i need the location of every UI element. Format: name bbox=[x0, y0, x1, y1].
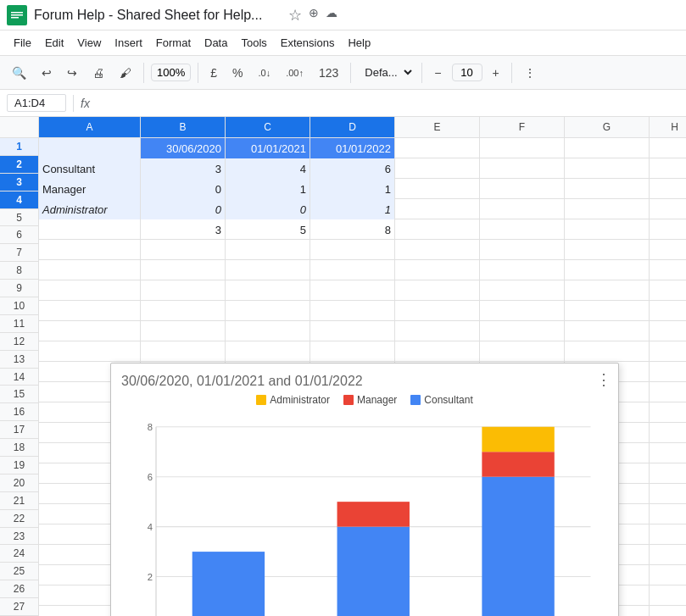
cell-r9-c7[interactable] bbox=[650, 301, 686, 321]
cell-r7-c6[interactable] bbox=[565, 260, 650, 280]
cell-r8-c5[interactable] bbox=[480, 280, 565, 301]
cell-r11-c2[interactable] bbox=[226, 341, 310, 362]
cell-r1-c6[interactable] bbox=[565, 138, 650, 158]
more-options-button[interactable]: ⋮ bbox=[519, 63, 541, 83]
col-header-F[interactable]: F bbox=[480, 117, 565, 137]
row-num-25[interactable]: 25 bbox=[0, 563, 39, 580]
cell-r8-c6[interactable] bbox=[565, 280, 650, 301]
cell-r10-c1[interactable] bbox=[141, 321, 226, 341]
cell-r8-c3[interactable] bbox=[310, 280, 395, 301]
cell-r11-c6[interactable] bbox=[565, 341, 650, 362]
cell-r24-c7[interactable] bbox=[650, 606, 686, 616]
row-num-13[interactable]: 13 bbox=[0, 351, 39, 369]
row-num-12[interactable]: 12 bbox=[0, 333, 39, 351]
chart-options-button[interactable]: ⋮ bbox=[596, 370, 611, 389]
cell-r7-c2[interactable] bbox=[226, 260, 310, 280]
menu-item-format[interactable]: Format bbox=[149, 34, 198, 52]
cell-r5-c1[interactable]: 3 bbox=[141, 219, 226, 240]
menu-item-tools[interactable]: Tools bbox=[234, 34, 273, 52]
cell-r5-c2[interactable]: 5 bbox=[226, 219, 310, 240]
cell-r10-c3[interactable] bbox=[310, 321, 395, 341]
cell-r11-c5[interactable] bbox=[480, 341, 565, 362]
cell-r3-c3[interactable]: 1 bbox=[310, 179, 395, 199]
menu-item-help[interactable]: Help bbox=[341, 34, 377, 52]
cell-r7-c3[interactable] bbox=[310, 260, 395, 280]
cell-r5-c0[interactable] bbox=[39, 219, 141, 240]
row-num-6[interactable]: 6 bbox=[0, 226, 39, 244]
cell-r22-c7[interactable] bbox=[650, 565, 686, 585]
undo-button[interactable]: ↩ bbox=[36, 63, 57, 83]
cell-r18-c7[interactable] bbox=[650, 484, 686, 504]
percent-btn[interactable]: % bbox=[227, 63, 248, 83]
cell-r11-c0[interactable] bbox=[39, 341, 141, 362]
font-size-display[interactable]: 10 bbox=[452, 64, 482, 81]
cell-r3-c4[interactable] bbox=[395, 179, 480, 199]
cell-r4-c2[interactable]: 0 bbox=[226, 199, 310, 219]
cell-r15-c7[interactable] bbox=[650, 423, 686, 443]
cell-r1-c4[interactable] bbox=[395, 138, 480, 158]
cell-r4-c5[interactable] bbox=[480, 199, 565, 219]
cell-r5-c7[interactable] bbox=[650, 219, 686, 240]
font-family-select[interactable]: Defa... bbox=[358, 64, 415, 81]
row-num-11[interactable]: 11 bbox=[0, 315, 39, 333]
cell-r1-c7[interactable] bbox=[650, 138, 686, 158]
menu-item-view[interactable]: View bbox=[70, 34, 108, 52]
col-header-C[interactable]: C bbox=[226, 117, 310, 137]
row-num-18[interactable]: 18 bbox=[0, 439, 39, 457]
cell-r1-c5[interactable] bbox=[480, 138, 565, 158]
cell-r6-c2[interactable] bbox=[226, 240, 310, 260]
cell-r19-c7[interactable] bbox=[650, 504, 686, 524]
format-num-btn[interactable]: 123 bbox=[314, 63, 343, 83]
row-num-7[interactable]: 7 bbox=[0, 244, 39, 262]
col-header-D[interactable]: D bbox=[310, 117, 395, 137]
cell-r11-c1[interactable] bbox=[141, 341, 226, 362]
row-num-14[interactable]: 14 bbox=[0, 369, 39, 386]
cell-r2-c1[interactable]: 3 bbox=[141, 158, 226, 179]
col-header-B[interactable]: B bbox=[141, 117, 226, 137]
cell-r11-c3[interactable] bbox=[310, 341, 395, 362]
cell-r20-c7[interactable] bbox=[650, 524, 686, 545]
cell-r7-c7[interactable] bbox=[650, 260, 686, 280]
cell-r5-c3[interactable]: 8 bbox=[310, 219, 395, 240]
col-header-G[interactable]: G bbox=[565, 117, 650, 137]
row-num-17[interactable]: 17 bbox=[0, 421, 39, 439]
cell-r21-c7[interactable] bbox=[650, 545, 686, 565]
row-num-15[interactable]: 15 bbox=[0, 386, 39, 403]
cell-r7-c0[interactable] bbox=[39, 260, 141, 280]
row-num-20[interactable]: 20 bbox=[0, 474, 39, 492]
cell-r9-c4[interactable] bbox=[395, 301, 480, 321]
cell-r5-c4[interactable] bbox=[395, 219, 480, 240]
col-header-E[interactable]: E bbox=[395, 117, 480, 137]
cell-r9-c0[interactable] bbox=[39, 301, 141, 321]
cloud-icon[interactable]: ☁ bbox=[326, 6, 337, 25]
cell-r8-c1[interactable] bbox=[141, 280, 226, 301]
cell-r9-c2[interactable] bbox=[226, 301, 310, 321]
redo-button[interactable]: ↪ bbox=[62, 63, 82, 83]
cell-r2-c6[interactable] bbox=[565, 158, 650, 179]
row-num-27[interactable]: 27 bbox=[0, 598, 39, 616]
cell-r12-c7[interactable] bbox=[650, 362, 686, 382]
star-icon[interactable]: ☆ bbox=[288, 6, 302, 25]
cell-r7-c4[interactable] bbox=[395, 260, 480, 280]
cell-r9-c1[interactable] bbox=[141, 301, 226, 321]
row-num-23[interactable]: 23 bbox=[0, 528, 39, 546]
cell-r3-c6[interactable] bbox=[565, 179, 650, 199]
row-num-8[interactable]: 8 bbox=[0, 262, 39, 280]
cell-r5-c6[interactable] bbox=[565, 219, 650, 240]
cell-r4-c0[interactable]: Administrator bbox=[39, 199, 141, 219]
row-num-2[interactable]: 2 bbox=[0, 156, 39, 174]
row-num-5[interactable]: 5 bbox=[0, 209, 39, 227]
cell-r10-c2[interactable] bbox=[226, 321, 310, 341]
cell-r1-c2[interactable]: 01/01/2021 bbox=[226, 138, 310, 158]
cell-r8-c2[interactable] bbox=[226, 280, 310, 301]
row-num-26[interactable]: 26 bbox=[0, 580, 39, 598]
row-num-3[interactable]: 3 bbox=[0, 174, 39, 191]
cell-r6-c7[interactable] bbox=[650, 240, 686, 260]
cell-r7-c1[interactable] bbox=[141, 260, 226, 280]
row-num-19[interactable]: 19 bbox=[0, 457, 39, 474]
font-size-decrease[interactable]: − bbox=[429, 63, 446, 83]
menu-item-edit[interactable]: Edit bbox=[38, 34, 70, 52]
print-button[interactable]: 🖨 bbox=[87, 63, 109, 83]
cell-r2-c5[interactable] bbox=[480, 158, 565, 179]
chart-container[interactable]: ⋮ 30/06/2020, 01/01/2021 and 01/01/2022 … bbox=[110, 363, 619, 616]
